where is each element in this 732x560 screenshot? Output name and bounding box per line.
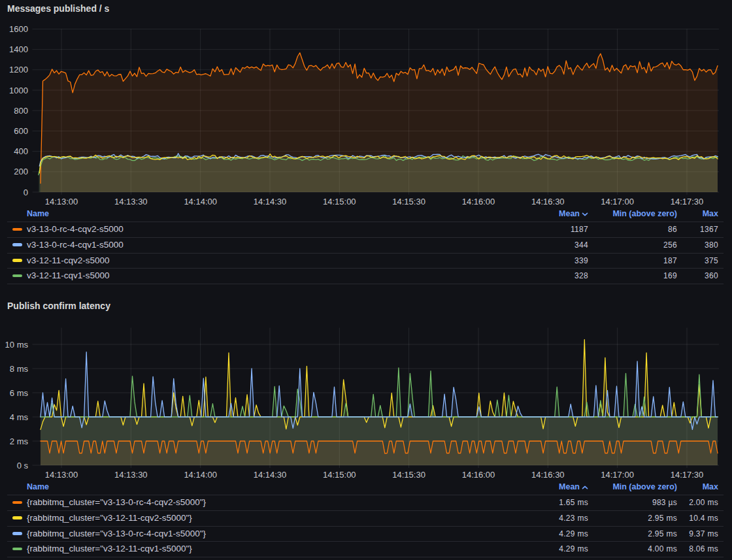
svg-text:1000: 1000 <box>9 86 28 95</box>
svg-text:14:13:00: 14:13:00 <box>45 470 78 480</box>
svg-text:14:16:30: 14:16:30 <box>531 197 565 206</box>
svg-text:14:13:00: 14:13:00 <box>45 197 78 206</box>
svg-text:14:17:00: 14:17:00 <box>601 197 634 206</box>
svg-text:4 ms: 4 ms <box>10 412 29 422</box>
svg-text:14:17:30: 14:17:30 <box>671 470 704 480</box>
svg-text:400: 400 <box>14 146 28 156</box>
svg-text:14:13:30: 14:13:30 <box>114 470 148 480</box>
svg-text:14:13:30: 14:13:30 <box>114 197 148 206</box>
svg-text:14:16:00: 14:16:00 <box>462 197 495 206</box>
svg-text:14:15:30: 14:15:30 <box>392 197 425 206</box>
svg-text:14:14:30: 14:14:30 <box>254 470 287 480</box>
svg-text:14:17:00: 14:17:00 <box>601 470 634 480</box>
svg-text:2 ms: 2 ms <box>10 436 29 446</box>
svg-text:600: 600 <box>14 126 28 136</box>
svg-text:0: 0 <box>24 188 28 197</box>
svg-text:14:14:00: 14:14:00 <box>184 470 217 480</box>
svg-text:200: 200 <box>14 167 28 176</box>
svg-text:1600: 1600 <box>9 24 28 34</box>
svg-text:14:15:30: 14:15:30 <box>392 470 425 480</box>
svg-text:800: 800 <box>14 106 28 116</box>
svg-text:14:16:30: 14:16:30 <box>531 470 565 480</box>
svg-text:14:16:00: 14:16:00 <box>462 470 495 480</box>
svg-text:14:14:00: 14:14:00 <box>184 197 217 206</box>
svg-text:1200: 1200 <box>9 65 28 74</box>
svg-text:14:14:30: 14:14:30 <box>254 197 287 206</box>
svg-text:6 ms: 6 ms <box>10 388 29 398</box>
svg-text:14:15:00: 14:15:00 <box>323 470 356 480</box>
svg-text:14:15:00: 14:15:00 <box>323 197 356 206</box>
svg-text:0 s: 0 s <box>17 461 29 470</box>
svg-text:8 ms: 8 ms <box>10 364 29 374</box>
svg-text:14:17:30: 14:17:30 <box>671 197 704 206</box>
svg-text:1400: 1400 <box>9 44 28 54</box>
svg-text:10 ms: 10 ms <box>5 340 29 350</box>
